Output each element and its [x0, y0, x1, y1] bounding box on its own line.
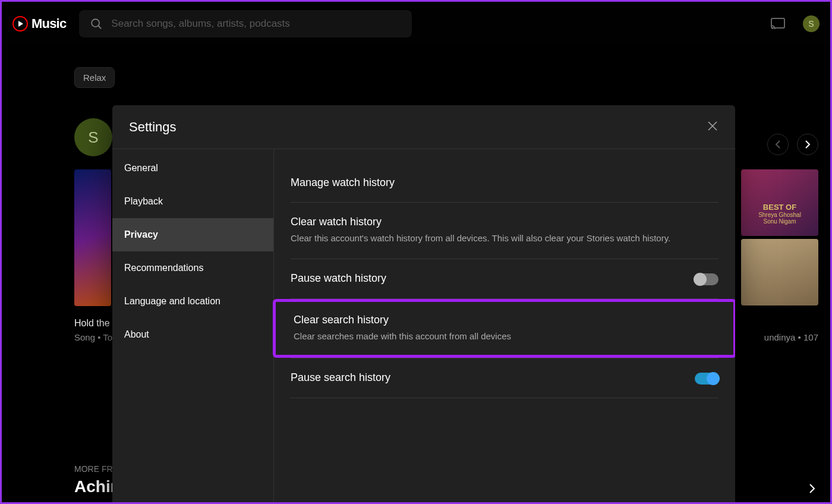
chip-relax[interactable]: Relax: [74, 67, 115, 88]
cast-icon[interactable]: [771, 18, 785, 30]
carousel-prev-button[interactable]: [767, 134, 789, 155]
svg-line-1: [99, 26, 102, 29]
album-tile-right-2[interactable]: [741, 239, 818, 305]
nav-playback[interactable]: Playback: [112, 185, 273, 218]
highlight-annotation: Clear search history Clear searches made…: [273, 299, 735, 358]
chip-row: Relax: [74, 67, 115, 88]
settings-dialog: Settings General Playback Privacy Recomm…: [112, 105, 735, 504]
avatar[interactable]: S: [803, 15, 820, 32]
topbar: Music Search songs, albums, artists, pod…: [2, 2, 830, 46]
settings-nav: General Playback Privacy Recommendations…: [112, 149, 274, 504]
pause-search-history-row: Pause search history: [291, 358, 718, 398]
nav-recommendations[interactable]: Recommendations: [112, 251, 273, 285]
album-subtitle-right: undinya • 107: [764, 332, 818, 342]
album-title: Hold the: [74, 318, 110, 329]
close-icon: [707, 120, 718, 132]
dialog-header: Settings: [112, 105, 735, 149]
clear-search-history-row[interactable]: Clear search history Clear searches made…: [276, 302, 733, 355]
nav-about[interactable]: About: [112, 318, 273, 351]
album-subtitle: Song • To: [74, 332, 112, 342]
setting-desc: Clear searches made with this account fr…: [294, 330, 716, 344]
search-icon: [90, 17, 103, 30]
topbar-right: S: [771, 15, 820, 32]
logo-text: Music: [31, 16, 66, 32]
chevron-right-icon[interactable]: [809, 483, 816, 494]
search-input[interactable]: Search songs, albums, artists, podcasts: [79, 10, 412, 37]
setting-title: Clear search history: [294, 314, 716, 326]
album-tile-right-1[interactable]: BEST OF Shreya Ghoshal Sonu Nigam: [741, 169, 818, 236]
ytmusic-play-icon: [12, 16, 28, 32]
page-content: Relax S Hold the Song • To BEST OF Shrey…: [2, 46, 830, 502]
settings-content: Manage watch history Clear watch history…: [274, 149, 735, 504]
close-button[interactable]: [707, 120, 718, 134]
dialog-title: Settings: [129, 119, 177, 135]
svg-point-0: [92, 19, 100, 27]
pause-watch-history-toggle[interactable]: [695, 273, 718, 285]
setting-title: Manage watch history: [291, 177, 718, 189]
setting-title: Pause search history: [291, 371, 683, 384]
setting-title: Clear watch history: [291, 216, 718, 228]
profile-avatar-large[interactable]: S: [74, 118, 112, 156]
clear-watch-history-row[interactable]: Clear watch history Clear this account's…: [291, 203, 718, 259]
dialog-body: General Playback Privacy Recommendations…: [112, 149, 735, 504]
pause-search-history-toggle[interactable]: [695, 373, 718, 385]
nav-language-location[interactable]: Language and location: [112, 285, 273, 318]
setting-desc: Clear this account's watch history from …: [291, 232, 718, 245]
search-placeholder: Search songs, albums, artists, podcasts: [111, 18, 289, 30]
setting-title: Pause watch history: [291, 272, 683, 285]
manage-watch-history-row[interactable]: Manage watch history: [291, 169, 718, 203]
ytmusic-logo[interactable]: Music: [12, 16, 66, 32]
pause-watch-history-row: Pause watch history: [291, 259, 718, 299]
nav-privacy[interactable]: Privacy: [112, 218, 273, 251]
album-tile[interactable]: [74, 169, 111, 306]
carousel-next-button[interactable]: [797, 134, 818, 155]
nav-general[interactable]: General: [112, 152, 273, 185]
carousel-nav: [767, 134, 818, 155]
